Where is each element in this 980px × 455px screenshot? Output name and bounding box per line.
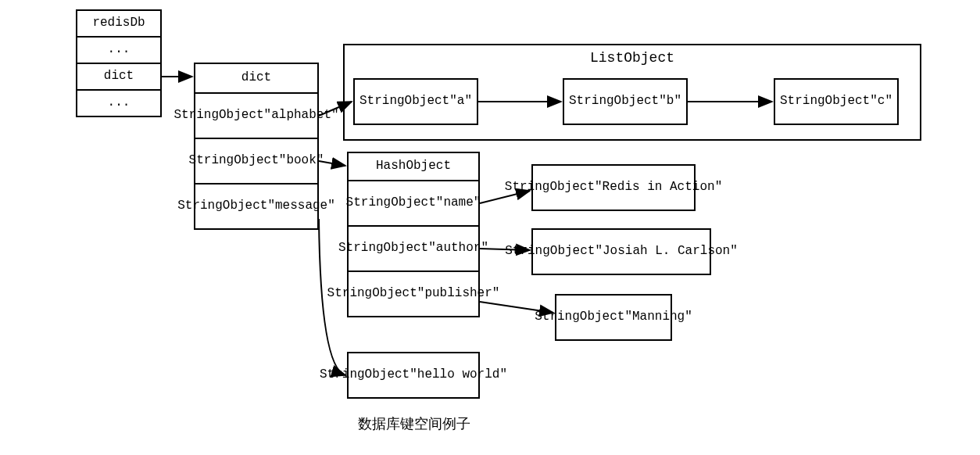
stringobject-label: StringObject bbox=[327, 286, 417, 301]
stringobject-label: StringObject bbox=[189, 153, 279, 168]
hash-field-author: StringObject "author" bbox=[347, 225, 480, 272]
stringobject-value: "Manning" bbox=[624, 310, 692, 324]
stringobject-label: StringObject bbox=[320, 367, 410, 382]
list-item-a: StringObject "a" bbox=[353, 78, 478, 125]
stringobject-value: "author" bbox=[428, 241, 488, 256]
stringobject-value: "b" bbox=[659, 94, 681, 109]
dict-key-alphabet: StringObject "alphabet" bbox=[194, 92, 319, 139]
stringobject-value: "hello world" bbox=[410, 367, 507, 382]
stringobject-value: "name" bbox=[436, 195, 481, 210]
stringobject-label: StringObject bbox=[505, 244, 595, 259]
hash-value-publisher: StringObject "Manning" bbox=[555, 294, 672, 341]
stringobject-label: StringObject bbox=[177, 199, 267, 213]
stringobject-label: StringObject bbox=[535, 310, 624, 324]
stringobject-value: "alphabet" bbox=[264, 108, 339, 123]
stringobject-label: StringObject bbox=[338, 241, 428, 256]
hashobject-header: HashObject bbox=[347, 152, 480, 181]
hash-value-name: StringObject "Redis in Action" bbox=[531, 164, 696, 211]
list-item-c: StringObject "c" bbox=[774, 78, 899, 125]
stringobject-label: StringObject bbox=[173, 108, 263, 123]
stringobject-value: "Redis in Action" bbox=[595, 180, 722, 195]
stringobject-label: StringObject bbox=[569, 94, 659, 109]
stringobject-value: "publisher" bbox=[417, 286, 500, 301]
dict-header: dict bbox=[194, 63, 319, 94]
stringobject-value: "Josiah L. Carlson" bbox=[595, 244, 737, 259]
dict-key-book: StringObject "book" bbox=[194, 138, 319, 185]
dict-key-message: StringObject "message" bbox=[194, 183, 319, 230]
redisdb-header: redisDb bbox=[76, 9, 162, 38]
stringobject-value: "book" bbox=[279, 153, 324, 168]
stringobject-label: StringObject bbox=[780, 94, 870, 109]
redisdb-row-1: ... bbox=[76, 36, 162, 64]
listobject-title: ListObject bbox=[345, 50, 920, 67]
stringobject-value: "message" bbox=[267, 199, 334, 213]
redisdb-row-3: ... bbox=[76, 89, 162, 117]
hash-field-publisher: StringObject "publisher" bbox=[347, 270, 480, 317]
stringobject-value: "a" bbox=[449, 94, 472, 109]
redisdb-row-dict: dict bbox=[76, 63, 162, 91]
hash-field-name: StringObject "name" bbox=[347, 180, 480, 227]
list-item-b: StringObject "b" bbox=[563, 78, 688, 125]
stringobject-label: StringObject bbox=[346, 195, 436, 210]
stringobject-label: StringObject bbox=[505, 180, 595, 195]
message-value: StringObject "hello world" bbox=[347, 352, 480, 399]
diagram-caption: 数据库键空间例子 bbox=[328, 414, 500, 433]
hash-value-author: StringObject "Josiah L. Carlson" bbox=[531, 228, 711, 275]
stringobject-value: "c" bbox=[870, 94, 892, 109]
stringobject-label: StringObject bbox=[359, 94, 449, 109]
